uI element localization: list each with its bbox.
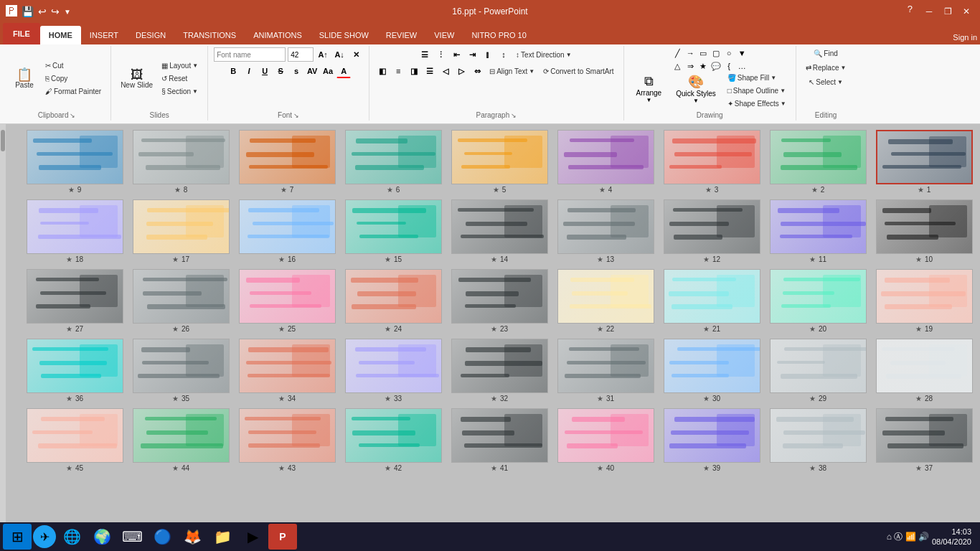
select-button[interactable]: ↖ Select ▼ (805, 76, 847, 88)
slide-thumbnail[interactable] (664, 199, 760, 254)
slide-thumbnail[interactable] (27, 339, 123, 393)
customize-icon[interactable]: ▼ (64, 8, 71, 16)
tab-transitions[interactable]: TRANSITIONS (174, 26, 245, 44)
slide-thumbnail[interactable] (239, 130, 336, 184)
slide-thumbnail[interactable] (239, 199, 336, 254)
font-color-button[interactable]: A (336, 64, 351, 78)
close-button[interactable]: ✕ (958, 4, 974, 19)
tab-review[interactable]: REVIEW (377, 26, 425, 44)
bullets-button[interactable]: ☰ (418, 47, 432, 62)
tab-slideshow[interactable]: SLIDE SHOW (311, 26, 377, 44)
slide-thumbnail[interactable] (664, 408, 760, 463)
font-name-input[interactable] (214, 47, 286, 62)
shape-oval[interactable]: ○ (723, 47, 735, 59)
explorer-btn[interactable]: 📁 (208, 524, 237, 550)
slide-thumbnail[interactable] (664, 339, 760, 393)
save-icon[interactable]: 💾 (22, 6, 34, 17)
chrome-btn[interactable]: 🔵 (148, 524, 176, 550)
redo-icon[interactable]: ↪ (51, 6, 60, 17)
font-size-input[interactable] (288, 47, 314, 62)
slide-thumbnail[interactable] (27, 269, 123, 324)
quick-styles-button[interactable]: 🎨 Quick Styles ▼ (669, 72, 722, 110)
slide-thumbnail[interactable] (27, 130, 123, 184)
bold-button[interactable]: B (226, 64, 240, 78)
shape-roundrect[interactable]: ▢ (710, 47, 722, 59)
justify-button[interactable]: ☰ (423, 64, 437, 78)
shape-line[interactable]: ╱ (672, 47, 683, 59)
italic-button[interactable]: I (242, 64, 256, 78)
slide-thumbnail[interactable] (770, 269, 867, 324)
slide-panel[interactable]: ★1★2★3★4★5★6★7★8★9★10★11★12★13★14★15★16★… (6, 124, 980, 551)
slide-thumbnail[interactable] (133, 269, 230, 324)
section-button[interactable]: § Section ▼ (158, 85, 202, 98)
undo-icon[interactable]: ↩ (38, 6, 47, 17)
change-case-button[interactable]: Aa (321, 64, 335, 78)
underline-button[interactable]: U (258, 64, 272, 78)
slide-thumbnail[interactable] (345, 339, 442, 393)
new-slide-button[interactable]: 🖼 New Slide (117, 66, 156, 91)
slide-thumbnail[interactable] (345, 130, 442, 184)
slide-thumbnail[interactable] (239, 408, 336, 463)
rtl-button[interactable]: ◁ (438, 64, 453, 78)
slide-thumbnail[interactable] (451, 130, 548, 184)
tab-view[interactable]: VIEW (425, 26, 463, 44)
numbered-list-button[interactable]: ⋮ (433, 47, 448, 62)
slide-thumbnail[interactable] (557, 339, 654, 393)
slide-thumbnail[interactable] (239, 339, 336, 393)
slide-thumbnail[interactable] (451, 339, 548, 393)
restore-button[interactable]: ❐ (940, 4, 956, 19)
sign-in[interactable]: Sign in (953, 33, 977, 44)
slide-thumbnail[interactable] (451, 269, 548, 324)
slide-thumbnail[interactable] (345, 269, 442, 324)
clear-format-btn[interactable]: ✕ (349, 47, 363, 62)
slide-thumbnail[interactable] (876, 199, 973, 254)
format-painter-button[interactable]: 🖌 Format Painter (42, 85, 105, 98)
layout-button[interactable]: ▦ Layout ▼ (158, 60, 202, 72)
convert-smartart-button[interactable]: ⟳ Convert to SmartArt (540, 65, 617, 77)
slide-thumbnail[interactable] (770, 199, 867, 254)
columns-button[interactable]: ⫿ (481, 47, 495, 62)
start-button[interactable]: ⊞ (3, 524, 32, 550)
help-button[interactable]: ? (908, 4, 913, 19)
paste-button[interactable]: 📋 Paste (9, 66, 40, 91)
align-text-button[interactable]: ⊟ Align Text ▼ (486, 65, 538, 77)
shape-rect[interactable]: ▭ (697, 47, 709, 59)
arrange-button[interactable]: ⧉ Arrange ▼ (630, 72, 669, 110)
slide-thumbnail[interactable] (133, 339, 230, 393)
increase-font-btn[interactable]: A↑ (316, 47, 330, 62)
shape-callout[interactable]: 💬 (710, 60, 722, 72)
slide-thumbnail[interactable] (557, 130, 654, 184)
earth-btn[interactable]: 🌍 (88, 524, 116, 550)
slide-thumbnail[interactable] (770, 339, 867, 393)
tab-file[interactable]: FILE (3, 23, 40, 44)
clipboard-expand-icon[interactable]: ↘ (70, 112, 75, 119)
decrease-font-btn[interactable]: A↓ (332, 47, 347, 62)
slide-thumbnail[interactable] (876, 339, 973, 393)
slide-thumbnail[interactable] (664, 269, 760, 324)
increase-indent-button[interactable]: ⇥ (465, 47, 479, 62)
slide-thumbnail[interactable] (557, 408, 654, 463)
align-left-button[interactable]: ◧ (375, 64, 390, 78)
shape-effects-button[interactable]: ✦ Shape Effects ▼ (724, 98, 790, 110)
slide-thumbnail[interactable] (770, 130, 867, 184)
replace-button[interactable]: ⇄ Replace ▼ (802, 62, 850, 74)
slide-thumbnail[interactable] (876, 130, 973, 184)
shape-fill-button[interactable]: 🪣 Shape Fill ▼ (724, 72, 790, 84)
slide-thumbnail[interactable] (557, 269, 654, 324)
slide-thumbnail[interactable] (557, 199, 654, 254)
left-scrollbar[interactable] (0, 124, 6, 551)
slide-thumbnail[interactable] (27, 199, 123, 254)
tab-home[interactable]: HOME (40, 26, 81, 44)
ie-btn[interactable]: 🌐 (57, 524, 86, 550)
cut-button[interactable]: ✂ Cut (42, 60, 105, 72)
shape-arrow[interactable]: → (684, 47, 696, 59)
slide-thumbnail[interactable] (239, 269, 336, 324)
slide-thumbnail[interactable] (133, 199, 230, 254)
text-direction-button[interactable]: ↕ Text Direction ▼ (512, 49, 575, 61)
powerpoint-btn[interactable]: P (268, 524, 297, 550)
reset-button[interactable]: ↺ Reset (158, 72, 202, 85)
slide-thumbnail[interactable] (451, 199, 548, 254)
strikethrough-button[interactable]: S (273, 64, 288, 78)
slide-thumbnail[interactable] (770, 408, 867, 463)
copy-button[interactable]: ⎘ Copy (42, 72, 105, 85)
